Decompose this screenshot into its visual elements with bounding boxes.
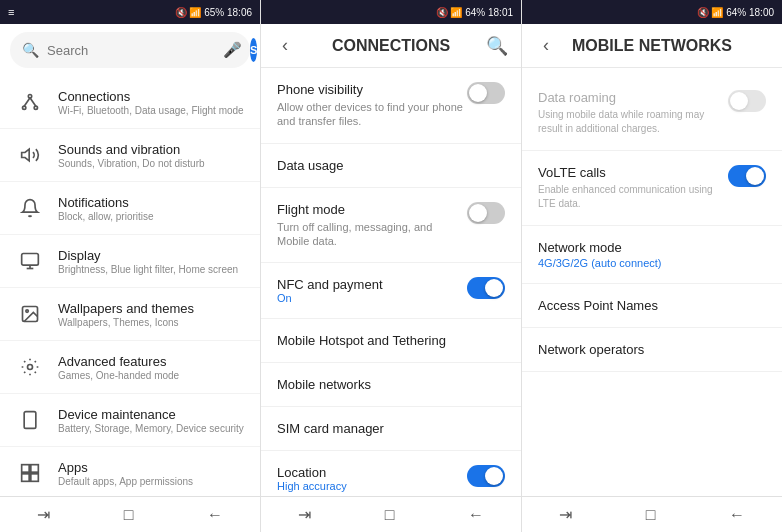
data-roaming-sub: Using mobile data while roaming may resu… [538, 108, 728, 136]
home-icon[interactable]: □ [112, 500, 146, 530]
network-mode-sub: 4G/3G/2G (auto connect) [538, 257, 662, 269]
search-bar[interactable]: 🔍 🎤 S [10, 32, 250, 68]
phone-visibility-sub: Allow other devices to find your phone a… [277, 100, 467, 129]
connections-sub: Wi-Fi, Bluetooth, Data usage, Flight mod… [58, 105, 244, 116]
conn-item-location[interactable]: Location High accuracy [261, 451, 521, 496]
svg-rect-17 [31, 474, 39, 482]
flight-mode-title: Flight mode [277, 202, 467, 217]
mn-item-volte[interactable]: VoLTE calls Enable enhanced communicatio… [522, 151, 782, 226]
location-toggle[interactable] [467, 465, 505, 487]
network-mode-title: Network mode [538, 240, 662, 255]
more-nav-icon-right[interactable] [744, 32, 772, 60]
svg-rect-15 [31, 465, 39, 473]
flight-mode-toggle[interactable] [467, 202, 505, 224]
sidebar-item-notifications[interactable]: Notifications Block, allow, prioritise [0, 182, 260, 235]
wallpapers-title: Wallpapers and themes [58, 301, 194, 316]
svg-point-1 [23, 106, 26, 109]
mn-item-apn[interactable]: Access Point Names [522, 284, 782, 328]
location-title: Location [277, 465, 347, 480]
sidebar-item-advanced[interactable]: Advanced features Games, One-handed mode [0, 341, 260, 394]
nav-bar-right: ‹ MOBILE NETWORKS [522, 24, 782, 68]
mn-item-data-roaming[interactable]: Data roaming Using mobile data while roa… [522, 76, 782, 151]
conn-item-nfc[interactable]: NFC and payment On [261, 263, 521, 319]
data-usage-title: Data usage [277, 158, 344, 173]
mn-item-network-operators[interactable]: Network operators [522, 328, 782, 372]
notifications-icon [14, 192, 46, 224]
status-icons-mid: 🔇 📶 64% 18:01 [436, 7, 513, 18]
conn-item-hotspot[interactable]: Mobile Hotspot and Tethering [261, 319, 521, 363]
svg-rect-12 [24, 412, 36, 429]
apps-icon [14, 457, 46, 489]
nav-title-mid: CONNECTIONS [299, 37, 483, 55]
nfc-sub: On [277, 292, 383, 304]
conn-item-data-usage[interactable]: Data usage [261, 144, 521, 188]
location-sub: High accuracy [277, 480, 347, 492]
conn-item-phone-visibility[interactable]: Phone visibility Allow other devices to … [261, 68, 521, 144]
network-operators-title: Network operators [538, 342, 644, 357]
conn-item-flight-mode[interactable]: Flight mode Turn off calling, messaging,… [261, 188, 521, 264]
conn-item-mobile-networks[interactable]: Mobile networks [261, 363, 521, 407]
sidebar-item-sounds[interactable]: Sounds and vibration Sounds, Vibration, … [0, 129, 260, 182]
mn-item-network-mode[interactable]: Network mode 4G/3G/2G (auto connect) [522, 226, 782, 284]
sidebar-item-display[interactable]: Display Brightness, Blue light filter, H… [0, 235, 260, 288]
panel-mid: 🔇 📶 64% 18:01 ‹ CONNECTIONS 🔍 Phone visi… [261, 0, 522, 532]
recent-apps-icon[interactable]: ⇥ [25, 499, 62, 530]
sidebar-item-apps[interactable]: Apps Default apps, App permissions [0, 447, 260, 496]
sim-title: SIM card manager [277, 421, 384, 436]
status-icons-left: 🔇 📶 65% 18:06 [175, 7, 252, 18]
home-icon-right[interactable]: □ [634, 500, 668, 530]
svg-point-10 [26, 310, 28, 313]
data-roaming-toggle[interactable] [728, 90, 766, 112]
nav-title-right: MOBILE NETWORKS [560, 37, 744, 55]
nfc-title: NFC and payment [277, 277, 383, 292]
nfc-toggle[interactable] [467, 277, 505, 299]
back-icon-mid[interactable]: ← [456, 500, 496, 530]
back-icon-right[interactable]: ← [717, 500, 757, 530]
apps-sub: Default apps, App permissions [58, 476, 193, 487]
search-icon: 🔍 [22, 42, 39, 58]
phone-visibility-title: Phone visibility [277, 82, 467, 97]
panel-left: ≡ 🔇 📶 65% 18:06 🔍 🎤 S Connections Wi-Fi,… [0, 0, 261, 532]
sidebar-item-connections[interactable]: Connections Wi-Fi, Bluetooth, Data usage… [0, 76, 260, 129]
recent-apps-icon-right[interactable]: ⇥ [547, 499, 584, 530]
svg-marker-5 [22, 149, 30, 161]
svg-point-0 [28, 95, 31, 98]
advanced-title: Advanced features [58, 354, 179, 369]
back-icon[interactable]: ← [195, 500, 235, 530]
screens-container: ≡ 🔇 📶 65% 18:06 🔍 🎤 S Connections Wi-Fi,… [0, 0, 782, 532]
display-icon [14, 245, 46, 277]
hotspot-title: Mobile Hotspot and Tethering [277, 333, 446, 348]
status-bar-right: 🔇 📶 64% 18:00 [522, 0, 782, 24]
status-bar-left: ≡ 🔇 📶 65% 18:06 [0, 0, 260, 24]
svg-point-2 [34, 106, 37, 109]
search-nav-icon-mid[interactable]: 🔍 [483, 32, 511, 60]
wallpapers-sub: Wallpapers, Themes, Icons [58, 317, 194, 328]
mic-icon[interactable]: 🎤 [223, 41, 242, 59]
home-icon-mid[interactable]: □ [373, 500, 407, 530]
notifications-sub: Block, allow, prioritise [58, 211, 154, 222]
recent-apps-icon-mid[interactable]: ⇥ [286, 499, 323, 530]
nav-bar-mid: ‹ CONNECTIONS 🔍 [261, 24, 521, 68]
apn-title: Access Point Names [538, 298, 658, 313]
volte-toggle[interactable] [728, 165, 766, 187]
back-nav-icon-right[interactable]: ‹ [532, 32, 560, 60]
display-title: Display [58, 248, 238, 263]
mobile-networks-list: Data roaming Using mobile data while roa… [522, 68, 782, 496]
sounds-icon [14, 139, 46, 171]
sounds-sub: Sounds, Vibration, Do not disturb [58, 158, 205, 169]
svg-line-3 [24, 98, 30, 106]
mobile-networks-title: Mobile networks [277, 377, 371, 392]
svg-point-11 [28, 365, 33, 370]
back-nav-icon-mid[interactable]: ‹ [271, 32, 299, 60]
connections-title: Connections [58, 89, 244, 104]
sidebar-item-wallpapers[interactable]: Wallpapers and themes Wallpapers, Themes… [0, 288, 260, 341]
sidebar-item-device[interactable]: Device maintenance Battery, Storage, Mem… [0, 394, 260, 447]
device-icon [14, 404, 46, 436]
avatar[interactable]: S [250, 38, 257, 62]
conn-item-sim[interactable]: SIM card manager [261, 407, 521, 451]
phone-visibility-toggle[interactable] [467, 82, 505, 104]
search-input[interactable] [47, 43, 215, 58]
status-bar-mid: 🔇 📶 64% 18:01 [261, 0, 521, 24]
data-roaming-title: Data roaming [538, 90, 728, 105]
svg-rect-6 [22, 254, 39, 266]
